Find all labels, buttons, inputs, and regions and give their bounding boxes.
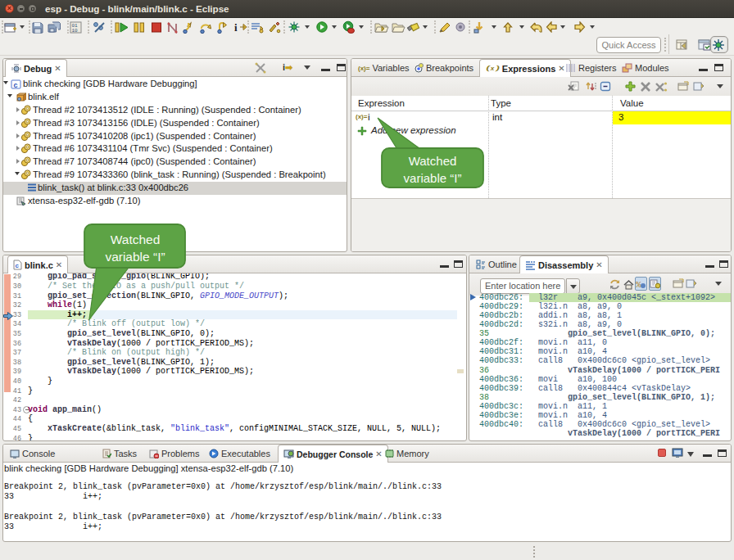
svg-text:Watched: Watched	[111, 233, 161, 246]
svg-text:c: c	[16, 262, 20, 269]
svg-text:Watched: Watched	[409, 154, 457, 168]
svg-text:variable “I”: variable “I”	[404, 171, 462, 185]
svg-text:%: %	[636, 280, 641, 289]
svg-text:10: 10	[72, 28, 79, 34]
svg-text:c: c	[14, 81, 18, 89]
svg-text:i: i	[234, 21, 238, 34]
svg-text:variable “I”: variable “I”	[105, 250, 165, 264]
